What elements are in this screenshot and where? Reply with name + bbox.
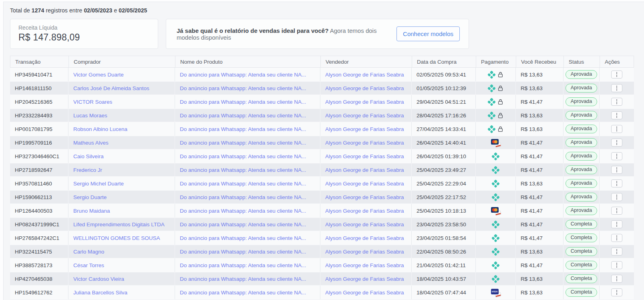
product-link[interactable]: Do anúncio para Whatsapp: Atenda seu cli…	[175, 68, 320, 81]
seller-link[interactable]: Alyson George de Farias Seabra	[320, 191, 412, 203]
buyer-link[interactable]: Matheus Alves	[68, 136, 175, 149]
row-actions-button[interactable]	[611, 152, 622, 160]
product-link[interactable]: Do anúncio para Whatsapp: Atenda seu cli…	[175, 163, 320, 176]
row-actions-button[interactable]	[611, 288, 622, 296]
product-link[interactable]: Do anúncio para Whatsapp: Atenda seu cli…	[175, 272, 320, 285]
buyer-link[interactable]: Carlos José De Almeida Santos	[68, 82, 175, 95]
product-link[interactable]: Do anúncio para Whatsapp: Atenda seu cli…	[175, 122, 320, 136]
buyer-link[interactable]: Juliana Barcellos Silva	[68, 286, 175, 299]
product-link[interactable]: Do anúncio para Whatsapp: Atenda seu cli…	[175, 136, 320, 149]
seller-link[interactable]: Alyson George de Farias Seabra	[320, 204, 412, 217]
status-badge: Aprovada	[566, 206, 598, 215]
kebab-menu-icon	[616, 249, 617, 254]
table-row: HP1995709116Matheus AlvesDo anúncio para…	[10, 136, 634, 149]
buyer-link[interactable]: Caio Silveira	[68, 149, 175, 163]
know-models-button[interactable]: Conhecer modelos	[396, 26, 460, 41]
buyer-link[interactable]: Bruno Maidana	[68, 204, 175, 217]
product-link[interactable]: Do anúncio para Whatsapp: Atenda seu cli…	[175, 177, 320, 190]
product-link[interactable]: Do anúncio para Whatsapp: Atenda seu cli…	[175, 109, 320, 122]
mastercard-icon	[491, 139, 501, 147]
seller-link[interactable]: Alyson George de Farias Seabra	[320, 218, 412, 231]
seller-link[interactable]: Alyson George de Farias Seabra	[320, 286, 412, 299]
received-amount: R$ 41,47	[516, 163, 564, 176]
seller-link[interactable]: Alyson George de Farias Seabra	[320, 122, 412, 136]
buyer-link[interactable]: WELLINGTON GOMES DE SOUSA	[68, 231, 175, 245]
transaction-id: HP4270465038	[10, 272, 68, 285]
seller-link[interactable]: Alyson George de Farias Seabra	[320, 109, 412, 122]
buyer-link[interactable]: VICTOR Soares	[68, 95, 175, 109]
pix-icon	[491, 193, 500, 201]
received-amount: R$ 41,47	[516, 191, 564, 203]
row-actions-button[interactable]	[611, 261, 622, 269]
product-link[interactable]: Do anúncio para Whatsapp: Atenda seu cli…	[175, 245, 320, 258]
actions-cell	[600, 109, 634, 122]
actions-cell	[600, 286, 634, 299]
buyer-link[interactable]: Victor Gomes Duarte	[68, 68, 175, 81]
seller-link[interactable]: Alyson George de Farias Seabra	[320, 177, 412, 190]
purchase-date: 29/04/2025 04:51:21	[412, 95, 476, 109]
product-link[interactable]: Do anúncio para Whatsapp: Atenda seu cli…	[175, 218, 320, 231]
row-actions-button[interactable]	[611, 98, 622, 106]
buyer-link[interactable]: Sergio Duarte	[68, 191, 175, 203]
table-row: HP1590662113Sergio DuarteDo anúncio para…	[10, 190, 634, 204]
seller-link[interactable]: Alyson George de Farias Seabra	[320, 272, 412, 285]
row-actions-button[interactable]	[611, 234, 622, 242]
kebab-menu-icon	[616, 127, 617, 132]
row-actions-button[interactable]	[611, 275, 622, 283]
buyer-link[interactable]: Lifed Empreendimentos Digitais LTDA	[68, 218, 175, 231]
product-link[interactable]: Do anúncio para Whatsapp: Atenda seu cli…	[175, 82, 320, 95]
buyer-link[interactable]: Lucas Moraes	[68, 109, 175, 122]
product-link[interactable]: Do anúncio para Whatsapp: Atenda seu cli…	[175, 258, 320, 272]
row-actions-button[interactable]	[611, 248, 622, 256]
row-actions-button[interactable]	[611, 111, 622, 119]
actions-cell	[600, 95, 634, 109]
seller-link[interactable]: Alyson George de Farias Seabra	[320, 258, 412, 272]
status-cell: Aprovada	[564, 122, 600, 136]
status-badge: Aprovada	[566, 138, 598, 147]
seller-link[interactable]: Alyson George de Farias Seabra	[320, 245, 412, 258]
table-row: HP3885728173César TorresDo anúncio para …	[10, 258, 634, 272]
column-header-actions: Ações	[600, 56, 634, 67]
row-actions-button[interactable]	[611, 125, 622, 133]
buyer-link[interactable]: Carlo Magno	[68, 245, 175, 258]
row-actions-button[interactable]	[611, 179, 622, 187]
product-link[interactable]: Do anúncio para Whatsapp: Atenda seu cli…	[175, 231, 320, 245]
seller-link[interactable]: Alyson George de Farias Seabra	[320, 163, 412, 176]
table-row: HP0824371999C1Lifed Empreendimentos Digi…	[10, 217, 634, 231]
summary-prefix: Total de	[10, 7, 30, 14]
table-body: HP3459410471Victor Gomes DuarteDo anúnci…	[10, 68, 634, 299]
product-link[interactable]: Do anúncio para Whatsapp: Atenda seu cli…	[175, 95, 320, 109]
seller-link[interactable]: Alyson George de Farias Seabra	[320, 231, 412, 245]
column-header-received: Você Recebeu	[516, 56, 564, 67]
kebab-menu-icon	[616, 290, 617, 295]
pix-icon	[491, 274, 500, 283]
buyer-link[interactable]: Victor Cardoso Vieira	[68, 272, 175, 285]
buyer-link[interactable]: Robson Albino Lucena	[68, 122, 175, 136]
row-actions-button[interactable]	[611, 84, 622, 92]
buyer-link[interactable]: Frederico Jr	[68, 163, 175, 176]
table-row: HP3570811460Sergio Michel DuarteDo anúnc…	[10, 177, 634, 190]
buyer-link[interactable]: César Torres	[68, 258, 175, 272]
table-row: HP3224115475Carlo MagnoDo anúncio para W…	[10, 245, 634, 258]
row-actions-button[interactable]	[611, 70, 622, 79]
column-header-buyer: Comprador	[69, 56, 175, 67]
product-link[interactable]: Do anúncio para Whatsapp: Atenda seu cli…	[175, 191, 320, 203]
seller-link[interactable]: Alyson George de Farias Seabra	[320, 95, 412, 109]
seller-link[interactable]: Alyson George de Farias Seabra	[320, 149, 412, 163]
row-actions-button[interactable]	[611, 220, 622, 228]
buyer-link[interactable]: Sergio Michel Duarte	[68, 177, 175, 190]
product-link[interactable]: Do anúncio para Whatsapp: Atenda seu cli…	[175, 286, 320, 299]
row-actions-button[interactable]	[611, 193, 622, 201]
row-actions-button[interactable]	[611, 139, 622, 147]
transaction-id: HP1549612762	[10, 286, 68, 299]
seller-link[interactable]: Alyson George de Farias Seabra	[320, 68, 412, 81]
product-link[interactable]: Do anúncio para Whatsapp: Atenda seu cli…	[175, 204, 320, 217]
seller-link[interactable]: Alyson George de Farias Seabra	[320, 82, 412, 95]
row-actions-button[interactable]	[611, 207, 622, 215]
row-actions-button[interactable]	[611, 166, 622, 174]
seller-link[interactable]: Alyson George de Farias Seabra	[320, 136, 412, 149]
summary-conjunction: e	[114, 7, 117, 14]
received-amount: R$ 13,63	[516, 109, 564, 122]
purchase-date: 01/05/2025 10:12:39	[412, 82, 476, 95]
product-link[interactable]: Do anúncio para Whatsapp: Atenda seu cli…	[175, 149, 320, 163]
